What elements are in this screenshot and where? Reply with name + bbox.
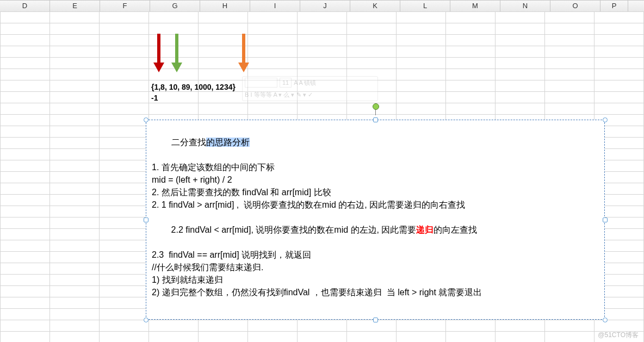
spreadsheet-area: D E F G H I J K L M N O P	[0, 0, 644, 342]
watermark-text: @51CTO博客	[598, 331, 639, 340]
arrow-right-orange[interactable]	[238, 34, 249, 72]
line-6: 2.3 findVal == arr[mid] 说明找到，就返回	[152, 248, 599, 261]
col-header-I[interactable]: I	[250, 1, 300, 11]
line-5: 2.2 findVal < arr[mid], 说明你要查找的数在mid 的左边…	[152, 211, 599, 248]
col-header-O[interactable]: O	[550, 1, 600, 11]
line-7: //什么时候我们需要结束递归.	[152, 261, 599, 273]
arrow-mid-green[interactable]	[171, 34, 182, 72]
title-selection: 的思路分析	[206, 138, 250, 147]
col-header-D[interactable]: D	[0, 1, 50, 11]
resize-handle-ml[interactable]	[144, 217, 148, 222]
col-header-E[interactable]: E	[50, 1, 100, 11]
resize-handle-tm[interactable]	[373, 117, 378, 122]
textbox-content[interactable]: 二分查找的思路分析 1. 首先确定该数组的中间的下标 mid = (left +…	[146, 120, 605, 320]
resize-handle-tr[interactable]	[603, 117, 608, 122]
col-header-M[interactable]: M	[450, 1, 500, 11]
line-2: mid = (left + right) / 2	[152, 173, 599, 186]
textbox-shape-container[interactable]: 二分查找的思路分析 1. 首先确定该数组的中间的下标 mid = (left +…	[131, 114, 620, 326]
col-header-G[interactable]: G	[150, 1, 200, 11]
resize-handle-tl[interactable]	[144, 117, 148, 122]
neg-one-text: -1	[151, 92, 158, 103]
line-3: 2. 然后让需要查找的数 findVal 和 arr[mid] 比较	[152, 186, 599, 198]
col-header-P[interactable]: P	[600, 1, 628, 11]
arrow-left-red[interactable]	[153, 34, 164, 72]
col-header-J[interactable]: J	[300, 1, 350, 11]
resize-handle-bl[interactable]	[144, 318, 148, 322]
title-prefix: 二分查找	[171, 138, 206, 147]
col-header-H[interactable]: H	[200, 1, 250, 11]
resize-handle-bm[interactable]	[373, 318, 378, 322]
col-header-K[interactable]: K	[350, 1, 400, 11]
line-4: 2. 1 findVal > arr[mid] , 说明你要查找的数在mid 的…	[152, 198, 599, 211]
col-header-N[interactable]: N	[500, 1, 550, 11]
red-keyword: 递归	[416, 225, 434, 234]
column-header-row: D E F G H I J K L M N O P	[0, 0, 644, 12]
text-cursor	[250, 137, 250, 147]
array-text: {1,8, 10, 89, 1000, 1234}	[151, 82, 236, 92]
rotate-handle-icon[interactable]	[373, 103, 379, 110]
resize-handle-mr[interactable]	[603, 217, 608, 222]
line-8: 1) 找到就结束递归	[152, 273, 599, 286]
line-1: 1. 首先确定该数组的中间的下标	[152, 161, 599, 173]
line-9: 2) 递归完整个数组，仍然没有找到findVal ，也需要结束递归 当 left…	[152, 286, 599, 299]
col-header-F[interactable]: F	[100, 1, 150, 11]
col-header-L[interactable]: L	[400, 1, 450, 11]
resize-handle-br[interactable]	[603, 318, 608, 322]
